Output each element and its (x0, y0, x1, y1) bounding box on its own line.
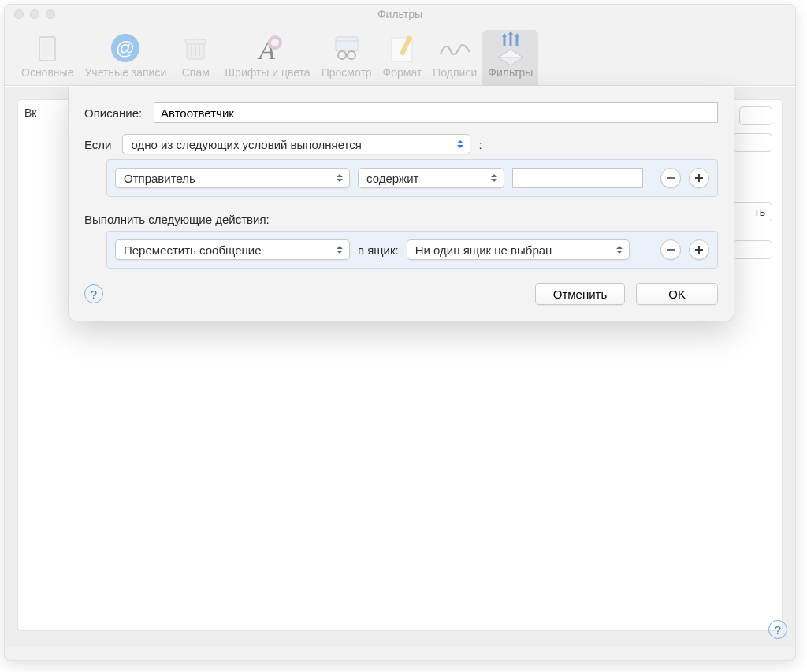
compose-icon (384, 30, 420, 66)
help-button[interactable]: ? (84, 284, 103, 303)
general-icon (29, 30, 65, 66)
popup-value: Переместить сообщение (124, 243, 262, 257)
titlebar: Фильтры (5, 5, 795, 24)
background-button[interactable] (733, 240, 772, 259)
svg-rect-5 (185, 39, 206, 44)
help-button[interactable]: ? (768, 620, 787, 639)
svg-marker-19 (498, 50, 523, 58)
tab-rules[interactable]: Фильтры (482, 30, 538, 85)
tab-label: Формат (383, 66, 422, 79)
help-icon: ? (775, 623, 781, 637)
popup-value: одно из следующих условий выполняется (131, 138, 361, 151)
if-label: Если (84, 138, 111, 151)
svg-marker-20 (502, 33, 507, 37)
condition-field-popup[interactable]: Отправитель (115, 168, 350, 188)
signature-icon (437, 30, 473, 66)
tab-fonts[interactable]: A Шрифты и цвета (219, 30, 315, 85)
description-label: Описание: (84, 106, 154, 120)
tab-label: Фильтры (488, 66, 533, 79)
tab-label: Спам (182, 66, 210, 79)
tab-accounts[interactable]: @ Учетные записи (79, 30, 172, 85)
preferences-window: Фильтры Основные @ Учетные записи Спам A (4, 4, 796, 661)
condition-value-input[interactable] (512, 168, 643, 188)
tab-viewing[interactable]: Просмотр (316, 30, 377, 85)
svg-rect-11 (336, 37, 358, 51)
condition-operator-popup[interactable]: содержит (358, 168, 504, 188)
popup-value: содержит (366, 172, 418, 185)
minus-icon (665, 173, 676, 184)
at-icon: @ (107, 30, 143, 66)
add-action-button[interactable] (689, 239, 709, 260)
action-verb-popup[interactable]: Переместить сообщение (115, 239, 350, 260)
tab-label: Подписи (433, 66, 477, 79)
cancel-button[interactable]: Отменить (535, 283, 626, 305)
colon: : (478, 138, 482, 151)
chevrons-icon (336, 174, 344, 182)
remove-action-button[interactable] (660, 239, 681, 260)
if-condition-popup[interactable]: одно из следующих условий выполняется (122, 134, 470, 154)
action-target-popup[interactable]: Ни один ящик не выбран (407, 239, 630, 260)
tab-label: Учетные записи (84, 66, 166, 79)
preferences-body: Вк ть Описание: Если одно из следующих у… (5, 86, 795, 647)
help-icon: ? (91, 288, 97, 301)
viewing-icon (329, 30, 365, 66)
tab-label: Основные (21, 66, 73, 79)
chevrons-icon (615, 246, 623, 254)
svg-point-14 (348, 51, 355, 59)
svg-marker-22 (515, 33, 519, 37)
chevrons-icon (490, 174, 498, 182)
to-mailbox-label: в ящик: (358, 243, 399, 257)
svg-rect-1 (42, 39, 53, 57)
ok-button[interactable]: OK (636, 283, 718, 305)
description-input[interactable] (154, 102, 718, 123)
plus-icon (694, 173, 705, 184)
tab-label: Просмотр (322, 66, 372, 79)
action-row: Переместить сообщение в ящик: Ни один ящ… (106, 231, 718, 269)
remove-condition-button[interactable] (660, 168, 681, 188)
actions-label: Выполнить следующие действия: (84, 213, 718, 226)
fonts-icon: A (249, 30, 285, 66)
background-button[interactable] (739, 106, 772, 125)
chevrons-icon (456, 140, 464, 148)
preferences-toolbar: Основные @ Учетные записи Спам A Шрифты … (5, 24, 795, 86)
tab-signatures[interactable]: Подписи (427, 30, 482, 85)
minus-icon (665, 244, 676, 255)
popup-value: Ни один ящик не выбран (415, 243, 552, 257)
column-header: Вк (24, 106, 36, 119)
background-button[interactable] (733, 133, 772, 152)
tab-label: Шрифты и цвета (225, 66, 310, 79)
tab-general[interactable]: Основные (16, 30, 79, 85)
add-condition-button[interactable] (689, 168, 709, 188)
rules-icon (493, 30, 529, 66)
rule-editor-sheet: Описание: Если одно из следующих условий… (68, 87, 734, 321)
tab-composing[interactable]: Формат (377, 30, 428, 85)
trash-icon (177, 30, 214, 66)
svg-text:A: A (258, 35, 276, 64)
condition-row: Отправитель содержит (106, 159, 718, 197)
window-title: Фильтры (5, 8, 795, 20)
svg-marker-21 (508, 31, 513, 35)
tab-junk[interactable]: Спам (172, 30, 219, 85)
popup-value: Отправитель (124, 172, 195, 185)
svg-point-13 (338, 51, 346, 59)
plus-icon (694, 244, 705, 255)
svg-text:@: @ (116, 37, 135, 58)
chevrons-icon (336, 246, 344, 254)
